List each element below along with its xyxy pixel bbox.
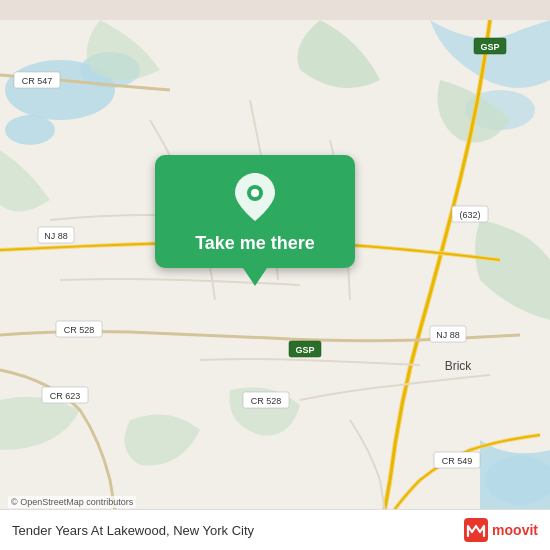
moovit-icon bbox=[464, 518, 488, 542]
svg-text:GSP: GSP bbox=[480, 42, 499, 52]
map-container: CR 547 NJ 88 NJ 88 CR 528 CR 528 GSP GSP… bbox=[0, 0, 550, 550]
location-title: Tender Years At Lakewood, New York City bbox=[12, 523, 254, 538]
svg-point-28 bbox=[251, 189, 259, 197]
svg-text:CR 528: CR 528 bbox=[64, 325, 95, 335]
svg-text:NJ 88: NJ 88 bbox=[44, 231, 68, 241]
svg-text:(632): (632) bbox=[459, 210, 480, 220]
svg-text:CR 623: CR 623 bbox=[50, 391, 81, 401]
card-pointer bbox=[243, 268, 267, 286]
take-me-there-container: Take me there bbox=[145, 155, 365, 286]
svg-text:CR 549: CR 549 bbox=[442, 456, 473, 466]
green-card[interactable]: Take me there bbox=[155, 155, 355, 268]
take-me-there-button[interactable]: Take me there bbox=[195, 233, 315, 254]
bottom-bar: Tender Years At Lakewood, New York City … bbox=[0, 509, 550, 550]
svg-point-2 bbox=[5, 115, 55, 145]
moovit-text: moovit bbox=[492, 522, 538, 538]
svg-text:Brick: Brick bbox=[445, 359, 473, 373]
copyright-text: © OpenStreetMap contributors bbox=[8, 496, 136, 508]
svg-text:GSP: GSP bbox=[295, 345, 314, 355]
svg-text:CR 528: CR 528 bbox=[251, 396, 282, 406]
moovit-logo: moovit bbox=[464, 518, 538, 542]
svg-text:CR 547: CR 547 bbox=[22, 76, 53, 86]
svg-text:NJ 88: NJ 88 bbox=[436, 330, 460, 340]
location-pin-icon bbox=[235, 173, 275, 225]
